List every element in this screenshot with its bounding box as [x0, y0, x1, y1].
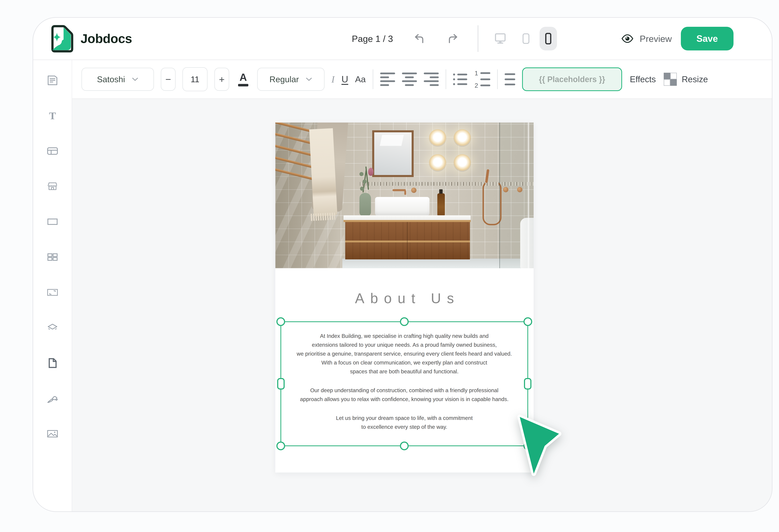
line-spacing-button[interactable] — [504, 73, 515, 85]
sidebar-item-layers[interactable] — [46, 321, 59, 334]
text-color-letter: A — [239, 72, 247, 82]
align-center-button[interactable] — [402, 73, 417, 86]
image-icon — [46, 427, 59, 440]
sidebar-item-text[interactable]: T — [46, 109, 59, 122]
photo-mirror — [372, 130, 414, 177]
mobile-view-button[interactable] — [540, 27, 557, 51]
font-size-increase-button[interactable]: + — [215, 68, 229, 91]
editor-canvas[interactable]: About Us At Index Building, we specialis… — [72, 99, 772, 512]
sidebar-item-frame[interactable] — [46, 286, 59, 299]
sidebar: T — [33, 60, 72, 512]
paragraph: Let us bring your dream space to life, w… — [281, 413, 527, 431]
undo-button[interactable] — [413, 33, 424, 44]
selection-handle-bottom-left[interactable] — [277, 442, 285, 450]
sidebar-item-document[interactable] — [46, 74, 59, 87]
layers-icon — [46, 321, 59, 334]
line-spacing-icon — [504, 73, 515, 85]
font-family-select[interactable]: Satoshi — [81, 68, 154, 91]
table-icon — [46, 144, 59, 157]
toolbar-divider — [497, 69, 498, 89]
sidebar-item-grid[interactable] — [46, 251, 59, 264]
mobile-icon — [542, 32, 555, 45]
selection-handle-top-right[interactable] — [524, 317, 532, 326]
selection-handle-bottom-center[interactable] — [400, 442, 409, 450]
align-left-button[interactable] — [380, 73, 395, 86]
tablet-view-button[interactable] — [520, 32, 532, 45]
numbered-list-button[interactable]: 1 2 — [474, 71, 490, 88]
header-right-controls: Preview Save — [621, 18, 733, 60]
photo-wall-light — [429, 129, 446, 147]
photo-vanity-trim — [344, 220, 471, 222]
text-color-button[interactable]: A — [236, 72, 250, 86]
photo-vase — [359, 193, 371, 216]
brand-name: Jobdocs — [80, 31, 132, 46]
photo-bathtub — [520, 218, 534, 268]
photo-shower-hose — [482, 181, 501, 225]
chevron-down-icon — [132, 77, 138, 82]
rectangle-icon — [46, 215, 59, 228]
placeholders-button[interactable]: {{ Placeholders }} — [522, 67, 622, 91]
preview-button[interactable]: Preview — [621, 32, 672, 45]
sidebar-item-storefront[interactable] — [46, 180, 59, 193]
toolbar-divider — [445, 69, 446, 89]
sidebar-item-table[interactable] — [46, 144, 59, 157]
main-area: T — [33, 60, 772, 512]
bullet-list-button[interactable] — [453, 73, 467, 85]
font-style-select[interactable]: Regular — [257, 68, 324, 91]
sidebar-item-page[interactable] — [46, 356, 59, 370]
selection-handle-top-center[interactable] — [400, 317, 409, 326]
align-right-button[interactable] — [424, 73, 439, 86]
underline-button[interactable]: U — [342, 75, 348, 84]
header: Jobdocs Page 1 / 3 — [33, 18, 772, 60]
toolbar-divider — [373, 69, 373, 89]
svg-text:T: T — [49, 110, 56, 121]
document-page[interactable]: About Us At Index Building, we specialis… — [275, 123, 534, 472]
letter-case-button[interactable]: Aa — [355, 75, 366, 84]
work-column: Satoshi − 11 + A Regular I U — [72, 60, 772, 512]
photo-plant — [363, 180, 367, 184]
numbered-list-icon: 1 2 — [474, 71, 490, 88]
tablet-icon — [520, 32, 532, 45]
hammer-icon — [46, 392, 59, 405]
text-color-swatch — [238, 84, 248, 86]
font-size-decrease-button[interactable]: − — [161, 68, 176, 91]
paragraph: Our deep understanding of construction, … — [281, 386, 527, 404]
grid-icon — [46, 251, 59, 264]
sidebar-item-rectangle[interactable] — [46, 215, 59, 228]
paragraph: At Index Building, we specialise in craf… — [281, 331, 527, 376]
photo-shower-valve — [503, 187, 508, 192]
cursor-pointer-icon — [516, 413, 564, 477]
desktop-view-button[interactable] — [493, 31, 507, 46]
photo-wall-light — [454, 129, 471, 147]
selection-handle-middle-right[interactable] — [524, 378, 531, 390]
text-block-content: At Index Building, we specialise in craf… — [281, 322, 527, 431]
photo-towel — [309, 128, 337, 216]
font-size-input[interactable]: 11 — [182, 67, 207, 91]
photo-plant — [360, 187, 364, 191]
resize-button[interactable] — [664, 73, 677, 86]
bathroom-photo[interactable] — [275, 123, 534, 268]
text-icon: T — [46, 109, 59, 122]
align-left-icon — [380, 73, 395, 86]
align-right-icon — [424, 73, 439, 86]
storefront-icon — [46, 180, 59, 193]
effects-button[interactable]: Effects — [629, 74, 657, 84]
selection-handle-top-left[interactable] — [277, 317, 285, 326]
redo-button[interactable] — [448, 33, 459, 44]
photo-glass-edge — [499, 123, 500, 268]
selected-text-block[interactable]: At Index Building, we specialise in craf… — [281, 321, 528, 446]
jobdocs-logo-icon — [46, 24, 75, 53]
resize-label-button[interactable]: Resize — [681, 74, 709, 84]
italic-button[interactable]: I — [332, 74, 335, 84]
photo-tap-handle — [411, 188, 416, 193]
chevron-down-icon — [305, 77, 312, 82]
sidebar-item-tools[interactable] — [46, 392, 59, 405]
page-title[interactable]: About Us — [275, 290, 534, 307]
photo-basin — [375, 197, 429, 216]
sidebar-item-image[interactable] — [46, 427, 59, 440]
selection-handle-middle-left[interactable] — [277, 378, 285, 390]
preview-label: Preview — [640, 34, 672, 44]
save-button[interactable]: Save — [681, 27, 733, 51]
brand[interactable]: Jobdocs — [33, 24, 132, 53]
page-indicator: Page 1 / 3 — [352, 34, 393, 44]
